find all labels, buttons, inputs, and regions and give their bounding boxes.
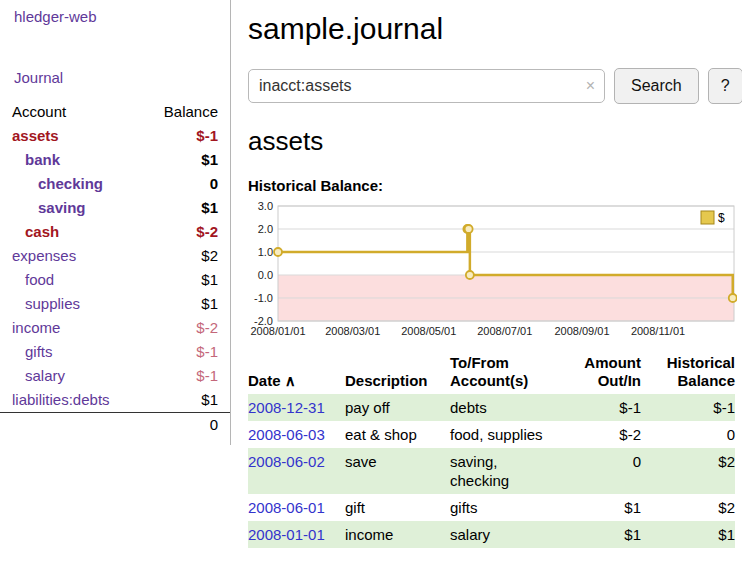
accounts-total-row: 0 <box>0 413 230 438</box>
account-balance: $1 <box>143 148 230 172</box>
transaction-amount: $-2 <box>564 421 641 448</box>
x-tick-label: 2008/01/01 <box>250 325 305 337</box>
transaction-date-cell: 2008-06-03 <box>248 421 345 448</box>
register-row: 2008-06-03eat & shopfood, supplies$-20 <box>248 421 735 448</box>
legend-swatch <box>701 211 714 224</box>
transaction-description: save <box>345 448 450 494</box>
account-row: income$-2 <box>0 316 230 340</box>
account-link[interactable]: liabilities:debts <box>12 391 110 408</box>
transaction-balance: $2 <box>641 448 735 494</box>
account-link[interactable]: salary <box>25 367 65 384</box>
account-row: assets$-1 <box>0 124 230 148</box>
accounts-header-balance: Balance <box>143 100 230 124</box>
transaction-date-link[interactable]: 2008-06-01 <box>248 499 325 516</box>
register-header-accounts: To/From Account(s) <box>450 352 564 394</box>
x-tick-label: 2008/11/01 <box>631 325 685 337</box>
account-balance: $-2 <box>143 220 230 244</box>
account-balance: $-2 <box>143 316 230 340</box>
data-point-marker <box>465 225 473 233</box>
transaction-balance: $1 <box>641 521 735 548</box>
account-row: checking0 <box>0 172 230 196</box>
account-row: cash$-2 <box>0 220 230 244</box>
accounts-table: Account Balance assets$-1bank$1checking0… <box>0 100 230 437</box>
account-row: bank$1 <box>0 148 230 172</box>
account-balance: $-1 <box>143 124 230 148</box>
account-link[interactable]: bank <box>25 151 60 168</box>
sort-asc-icon: ∧ <box>285 372 296 389</box>
chart-title: Historical Balance: <box>248 177 742 194</box>
account-balance: 0 <box>143 172 230 196</box>
y-tick-label: 3.0 <box>258 200 273 212</box>
account-name-cell: checking <box>0 172 143 196</box>
account-balance: $1 <box>143 196 230 220</box>
search-input-wrap: × <box>248 69 605 103</box>
accounts-total-value: 0 <box>143 413 230 438</box>
y-tick-label: -1.0 <box>254 292 273 304</box>
transaction-accounts: saving, checking <box>450 448 564 494</box>
transaction-date-link[interactable]: 2008-06-02 <box>248 453 325 470</box>
register-header-description: Description <box>345 352 450 394</box>
register-account-heading: assets <box>248 126 742 157</box>
y-tick-label: 0.0 <box>258 269 273 281</box>
register-row: 2008-06-02savesaving, checking0$2 <box>248 448 735 494</box>
transaction-date-cell: 2008-01-01 <box>248 521 345 548</box>
chart-legend-label: $ <box>718 211 725 225</box>
transaction-description: income <box>345 521 450 548</box>
account-name-cell: assets <box>0 124 143 148</box>
search-button[interactable]: Search <box>614 68 699 104</box>
account-link[interactable]: assets <box>12 127 59 144</box>
search-input[interactable] <box>248 69 605 103</box>
register-row: 2008-06-01giftgifts$1$2 <box>248 494 735 521</box>
account-link[interactable]: saving <box>38 199 86 216</box>
account-name-cell: gifts <box>0 340 143 364</box>
account-name-cell: cash <box>0 220 143 244</box>
account-balance: $-1 <box>143 340 230 364</box>
transaction-date-link[interactable]: 2008-06-03 <box>248 426 325 443</box>
help-button[interactable]: ? <box>708 68 742 104</box>
account-link[interactable]: supplies <box>25 295 80 312</box>
account-link[interactable]: cash <box>25 223 59 240</box>
register-row: 2008-12-31pay offdebts$-1$-1 <box>248 394 735 421</box>
account-link[interactable]: expenses <box>12 247 76 264</box>
account-name-cell: expenses <box>0 244 143 268</box>
transaction-accounts: salary <box>450 521 564 548</box>
register-header-date[interactable]: Date ∧ <box>248 352 345 394</box>
register-header-balance: Historical Balance <box>641 352 735 394</box>
account-balance: $2 <box>143 244 230 268</box>
account-link[interactable]: food <box>25 271 54 288</box>
transaction-date-cell: 2008-12-31 <box>248 394 345 421</box>
transaction-accounts: food, supplies <box>450 421 564 448</box>
transaction-date-link[interactable]: 2008-01-01 <box>248 526 325 543</box>
register-header-row: Date ∧ Description To/From Account(s) Am… <box>248 352 735 394</box>
account-row: liabilities:debts$1 <box>0 388 230 413</box>
nav-journal-link[interactable]: Journal <box>14 69 230 86</box>
transaction-date-link[interactable]: 2008-12-31 <box>248 399 325 416</box>
clear-search-icon[interactable]: × <box>586 77 595 95</box>
accounts-header-row: Account Balance <box>0 100 230 124</box>
account-name-cell: salary <box>0 364 143 388</box>
transaction-description: pay off <box>345 394 450 421</box>
data-point-marker <box>729 294 737 302</box>
transaction-date-cell: 2008-06-01 <box>248 494 345 521</box>
account-balance: $1 <box>143 268 230 292</box>
balance-chart: 3.02.01.00.0-1.0-2.02008/01/012008/03/01… <box>248 200 737 340</box>
page-title: sample.journal <box>248 12 742 46</box>
account-name-cell: liabilities:debts <box>0 388 143 413</box>
transaction-accounts: gifts <box>450 494 564 521</box>
app-title-link[interactable]: hledger-web <box>14 8 230 25</box>
x-tick-label: 2008/09/01 <box>554 325 609 337</box>
transaction-balance: $-1 <box>641 394 735 421</box>
account-link[interactable]: gifts <box>25 343 53 360</box>
account-link[interactable]: checking <box>38 175 103 192</box>
register-header-date-label: Date <box>248 372 281 389</box>
account-link[interactable]: income <box>12 319 60 336</box>
transaction-description: gift <box>345 494 450 521</box>
transaction-amount: 0 <box>564 448 641 494</box>
register-table-body: 2008-12-31pay offdebts$-1$-12008-06-03ea… <box>248 394 735 548</box>
account-row: saving$1 <box>0 196 230 220</box>
account-row: salary$-1 <box>0 364 230 388</box>
data-point-marker <box>466 271 474 279</box>
account-balance: $-1 <box>143 364 230 388</box>
x-tick-label: 2008/03/01 <box>325 325 380 337</box>
register-header-amount: Amount Out/In <box>564 352 641 394</box>
